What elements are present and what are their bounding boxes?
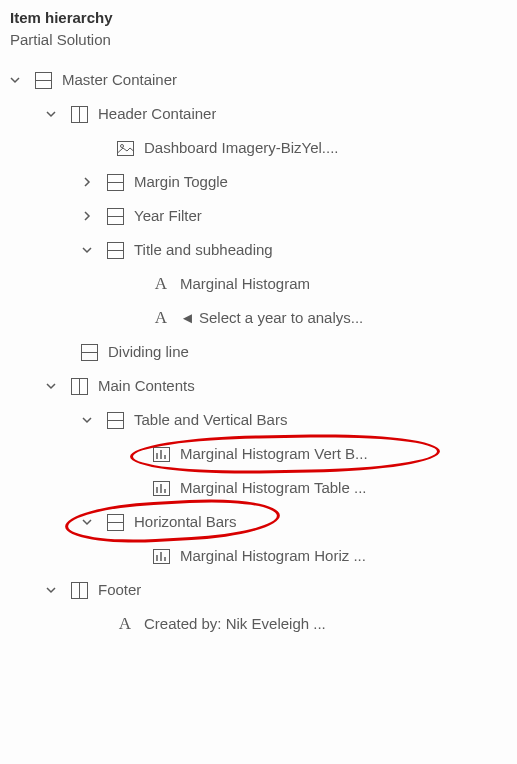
tree-item-main-contents[interactable]: Main Contents (10, 369, 507, 403)
tree-item-label: Footer (98, 580, 141, 600)
tree-item-master-container[interactable]: Master Container (10, 63, 507, 97)
image-icon (116, 139, 134, 157)
tree-item-label: Main Contents (98, 376, 195, 396)
vertical-container-icon (106, 513, 124, 531)
tree-item-label: Marginal Histogram Horiz ... (180, 546, 366, 566)
tree-item-label: Year Filter (134, 206, 202, 226)
tree-item-label: Title and subheading (134, 240, 273, 260)
horizontal-container-icon (70, 377, 88, 395)
chevron-right-icon[interactable] (82, 211, 96, 221)
tree-item-mh-horiz[interactable]: Marginal Histogram Horiz ... (10, 539, 507, 573)
tree-item-created-by[interactable]: A Created by: Nik Eveleigh ... (10, 607, 507, 641)
tree-item-margin-toggle[interactable]: Margin Toggle (10, 165, 507, 199)
chevron-down-icon[interactable] (46, 381, 60, 391)
tree-item-title-subheading[interactable]: Title and subheading (10, 233, 507, 267)
horizontal-container-icon (70, 581, 88, 599)
tree-item-label: Table and Vertical Bars (134, 410, 287, 430)
tree-item-label: Dashboard Imagery-BizYel.... (144, 138, 339, 158)
vertical-container-icon (106, 207, 124, 225)
tree-item-year-filter[interactable]: Year Filter (10, 199, 507, 233)
chevron-down-icon[interactable] (82, 415, 96, 425)
tree-item-horizontal-bars[interactable]: Horizontal Bars (10, 505, 507, 539)
vertical-container-icon (34, 71, 52, 89)
chevron-right-icon[interactable] (82, 177, 96, 187)
chevron-down-icon[interactable] (46, 585, 60, 595)
tree-item-dashboard-imagery[interactable]: Dashboard Imagery-BizYel.... (10, 131, 507, 165)
chevron-down-icon[interactable] (82, 517, 96, 527)
hierarchy-tree: Master Container Header Container Dashbo… (10, 63, 507, 641)
text-icon: A (152, 309, 170, 327)
tree-item-label: ◄ Select a year to analys... (180, 308, 363, 328)
tree-item-label: Marginal Histogram Table ... (180, 478, 366, 498)
chevron-down-icon[interactable] (82, 245, 96, 255)
vertical-container-icon (106, 241, 124, 259)
worksheet-icon (152, 547, 170, 565)
tree-item-label: Created by: Nik Eveleigh ... (144, 614, 326, 634)
text-icon: A (152, 275, 170, 293)
panel-title: Item hierarchy (10, 8, 507, 28)
vertical-container-icon (106, 173, 124, 191)
tree-item-label: Dividing line (108, 342, 189, 362)
tree-item-label: Header Container (98, 104, 216, 124)
tree-item-mh-table[interactable]: Marginal Histogram Table ... (10, 471, 507, 505)
tree-item-table-vertical-bars[interactable]: Table and Vertical Bars (10, 403, 507, 437)
chevron-down-icon[interactable] (10, 75, 24, 85)
tree-item-header-container[interactable]: Header Container (10, 97, 507, 131)
tree-item-dividing-line[interactable]: Dividing line (10, 335, 507, 369)
tree-item-label: Margin Toggle (134, 172, 228, 192)
tree-item-label: Horizontal Bars (134, 512, 237, 532)
text-icon: A (116, 615, 134, 633)
tree-item-label: Master Container (62, 70, 177, 90)
horizontal-container-icon (70, 105, 88, 123)
tree-item-footer[interactable]: Footer (10, 573, 507, 607)
worksheet-icon (152, 445, 170, 463)
tree-item-select-year-text[interactable]: A ◄ Select a year to analys... (10, 301, 507, 335)
tree-item-mh-vert-bars[interactable]: Marginal Histogram Vert B... (10, 437, 507, 471)
tree-item-label: Marginal Histogram (180, 274, 310, 294)
tree-item-marginal-histogram-text[interactable]: A Marginal Histogram (10, 267, 507, 301)
chevron-down-icon[interactable] (46, 109, 60, 119)
svg-point-5 (120, 144, 123, 147)
panel-subtitle: Partial Solution (10, 30, 507, 50)
tree-item-label: Marginal Histogram Vert B... (180, 444, 368, 464)
vertical-container-icon (80, 343, 98, 361)
vertical-container-icon (106, 411, 124, 429)
worksheet-icon (152, 479, 170, 497)
